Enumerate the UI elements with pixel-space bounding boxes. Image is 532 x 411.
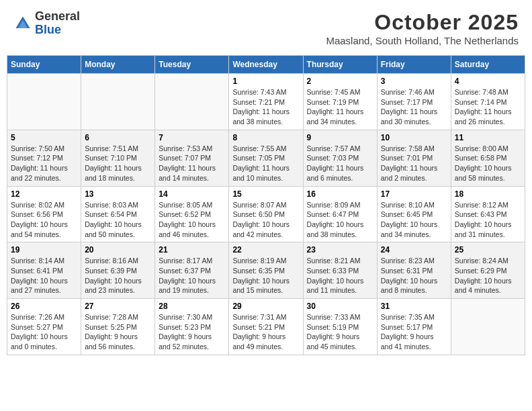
- day-number: 2: [307, 77, 373, 86]
- calendar-cell: 7Sunrise: 7:53 AM Sunset: 7:07 PM Daylig…: [155, 130, 229, 186]
- cell-content: Sunrise: 7:43 AM Sunset: 7:21 PM Dayligh…: [232, 87, 299, 127]
- calendar-cell: 28Sunrise: 7:30 AM Sunset: 5:23 PM Dayli…: [155, 299, 229, 355]
- cell-content: Sunrise: 8:14 AM Sunset: 6:41 PM Dayligh…: [11, 256, 77, 295]
- calendar-cell: 16Sunrise: 8:09 AM Sunset: 6:47 PM Dayli…: [303, 186, 377, 242]
- header-monday: Monday: [81, 56, 155, 74]
- calendar-cell: 26Sunrise: 7:26 AM Sunset: 5:27 PM Dayli…: [7, 299, 81, 355]
- cell-content: Sunrise: 8:05 AM Sunset: 6:52 PM Dayligh…: [159, 200, 225, 240]
- calendar-cell: 10Sunrise: 7:58 AM Sunset: 7:01 PM Dayli…: [377, 130, 451, 186]
- logo-blue-text: Blue: [35, 24, 80, 37]
- cell-content: Sunrise: 7:50 AM Sunset: 7:12 PM Dayligh…: [11, 144, 77, 183]
- cell-content: Sunrise: 8:10 AM Sunset: 6:45 PM Dayligh…: [381, 200, 447, 240]
- logo-icon: [13, 14, 32, 33]
- day-number: 31: [381, 302, 447, 311]
- cell-content: Sunrise: 8:03 AM Sunset: 6:54 PM Dayligh…: [85, 200, 151, 240]
- cell-content: Sunrise: 7:53 AM Sunset: 7:07 PM Dayligh…: [159, 144, 225, 183]
- calendar-cell: [451, 299, 525, 355]
- day-number: 28: [159, 302, 225, 311]
- day-number: 7: [159, 133, 225, 142]
- day-number: 11: [455, 133, 521, 142]
- day-number: 21: [159, 245, 225, 255]
- day-number: 6: [85, 133, 151, 142]
- day-number: 30: [307, 302, 373, 311]
- calendar-cell: 15Sunrise: 8:07 AM Sunset: 6:50 PM Dayli…: [229, 186, 303, 242]
- day-number: 5: [11, 133, 77, 142]
- calendar-cell: 2Sunrise: 7:45 AM Sunset: 7:19 PM Daylig…: [303, 74, 377, 130]
- logo-text: General Blue: [35, 10, 80, 37]
- cell-content: Sunrise: 7:35 AM Sunset: 5:17 PM Dayligh…: [381, 312, 447, 352]
- cell-content: Sunrise: 8:21 AM Sunset: 6:33 PM Dayligh…: [307, 256, 373, 295]
- day-number: 13: [85, 189, 151, 199]
- calendar-week-1: 1Sunrise: 7:43 AM Sunset: 7:21 PM Daylig…: [7, 74, 525, 130]
- calendar-cell: 22Sunrise: 8:19 AM Sunset: 6:35 PM Dayli…: [229, 242, 303, 299]
- cell-content: Sunrise: 7:33 AM Sunset: 5:19 PM Dayligh…: [307, 312, 373, 352]
- cell-content: Sunrise: 7:55 AM Sunset: 7:05 PM Dayligh…: [232, 144, 299, 183]
- logo-general-text: General: [35, 10, 80, 24]
- cell-content: Sunrise: 8:24 AM Sunset: 6:29 PM Dayligh…: [455, 256, 521, 295]
- calendar-cell: [7, 74, 81, 130]
- cell-content: Sunrise: 8:23 AM Sunset: 6:31 PM Dayligh…: [381, 256, 447, 295]
- calendar-cell: 24Sunrise: 8:23 AM Sunset: 6:31 PM Dayli…: [377, 242, 451, 299]
- cell-content: Sunrise: 7:30 AM Sunset: 5:23 PM Dayligh…: [159, 312, 225, 352]
- calendar-week-4: 19Sunrise: 8:14 AM Sunset: 6:41 PM Dayli…: [7, 242, 525, 299]
- calendar-cell: [81, 74, 155, 130]
- header-saturday: Saturday: [451, 56, 525, 74]
- cell-content: Sunrise: 7:26 AM Sunset: 5:27 PM Dayligh…: [11, 312, 77, 352]
- calendar-cell: 9Sunrise: 7:57 AM Sunset: 7:03 PM Daylig…: [303, 130, 377, 186]
- cell-content: Sunrise: 7:31 AM Sunset: 5:21 PM Dayligh…: [232, 312, 299, 352]
- calendar-cell: 30Sunrise: 7:33 AM Sunset: 5:19 PM Dayli…: [303, 299, 377, 355]
- cell-content: Sunrise: 8:17 AM Sunset: 6:37 PM Dayligh…: [159, 256, 225, 295]
- day-number: 24: [381, 245, 447, 255]
- calendar-header-row: SundayMondayTuesdayWednesdayThursdayFrid…: [7, 56, 525, 74]
- day-number: 9: [307, 133, 373, 142]
- day-number: 25: [455, 245, 521, 255]
- day-number: 19: [11, 245, 77, 255]
- header-friday: Friday: [377, 56, 451, 74]
- calendar-cell: 18Sunrise: 8:12 AM Sunset: 6:43 PM Dayli…: [451, 186, 525, 242]
- calendar-week-3: 12Sunrise: 8:02 AM Sunset: 6:56 PM Dayli…: [7, 186, 525, 242]
- day-number: 12: [11, 189, 77, 199]
- day-number: 17: [381, 189, 447, 199]
- day-number: 26: [11, 302, 77, 311]
- calendar-cell: 1Sunrise: 7:43 AM Sunset: 7:21 PM Daylig…: [229, 74, 303, 130]
- header-tuesday: Tuesday: [155, 56, 229, 74]
- calendar-cell: 8Sunrise: 7:55 AM Sunset: 7:05 PM Daylig…: [229, 130, 303, 186]
- calendar-cell: 4Sunrise: 7:48 AM Sunset: 7:14 PM Daylig…: [451, 74, 525, 130]
- calendar-cell: 27Sunrise: 7:28 AM Sunset: 5:25 PM Dayli…: [81, 299, 155, 355]
- calendar-cell: 3Sunrise: 7:46 AM Sunset: 7:17 PM Daylig…: [377, 74, 451, 130]
- cell-content: Sunrise: 8:00 AM Sunset: 6:58 PM Dayligh…: [455, 144, 521, 183]
- cell-content: Sunrise: 8:12 AM Sunset: 6:43 PM Dayligh…: [455, 200, 521, 240]
- calendar-cell: 11Sunrise: 8:00 AM Sunset: 6:58 PM Dayli…: [451, 130, 525, 186]
- day-number: 22: [232, 245, 299, 255]
- calendar-cell: 17Sunrise: 8:10 AM Sunset: 6:45 PM Dayli…: [377, 186, 451, 242]
- cell-content: Sunrise: 7:57 AM Sunset: 7:03 PM Dayligh…: [307, 144, 373, 183]
- header-sunday: Sunday: [7, 56, 81, 74]
- day-number: 1: [232, 77, 299, 86]
- day-number: 27: [85, 302, 151, 311]
- calendar-subtitle: Maasland, South Holland, The Netherlands: [326, 35, 519, 46]
- day-number: 18: [455, 189, 521, 199]
- calendar-cell: 20Sunrise: 8:16 AM Sunset: 6:39 PM Dayli…: [81, 242, 155, 299]
- calendar-cell: 31Sunrise: 7:35 AM Sunset: 5:17 PM Dayli…: [377, 299, 451, 355]
- day-number: 29: [232, 302, 299, 311]
- calendar-cell: 12Sunrise: 8:02 AM Sunset: 6:56 PM Dayli…: [7, 186, 81, 242]
- day-number: 10: [381, 133, 447, 142]
- page-header: General Blue October 2025 Maasland, Sout…: [7, 7, 525, 50]
- cell-content: Sunrise: 8:16 AM Sunset: 6:39 PM Dayligh…: [85, 256, 151, 295]
- day-number: 23: [307, 245, 373, 255]
- title-block: October 2025 Maasland, South Holland, Th…: [326, 10, 519, 46]
- calendar-cell: 29Sunrise: 7:31 AM Sunset: 5:21 PM Dayli…: [229, 299, 303, 355]
- cell-content: Sunrise: 8:09 AM Sunset: 6:47 PM Dayligh…: [307, 200, 373, 240]
- calendar-cell: 21Sunrise: 8:17 AM Sunset: 6:37 PM Dayli…: [155, 242, 229, 299]
- cell-content: Sunrise: 8:19 AM Sunset: 6:35 PM Dayligh…: [232, 256, 299, 295]
- calendar-week-5: 26Sunrise: 7:26 AM Sunset: 5:27 PM Dayli…: [7, 299, 525, 355]
- calendar-cell: 19Sunrise: 8:14 AM Sunset: 6:41 PM Dayli…: [7, 242, 81, 299]
- cell-content: Sunrise: 7:28 AM Sunset: 5:25 PM Dayligh…: [85, 312, 151, 352]
- calendar-cell: 23Sunrise: 8:21 AM Sunset: 6:33 PM Dayli…: [303, 242, 377, 299]
- calendar-cell: 5Sunrise: 7:50 AM Sunset: 7:12 PM Daylig…: [7, 130, 81, 186]
- cell-content: Sunrise: 7:48 AM Sunset: 7:14 PM Dayligh…: [455, 87, 521, 127]
- calendar-week-2: 5Sunrise: 7:50 AM Sunset: 7:12 PM Daylig…: [7, 130, 525, 186]
- calendar-cell: 25Sunrise: 8:24 AM Sunset: 6:29 PM Dayli…: [451, 242, 525, 299]
- header-thursday: Thursday: [303, 56, 377, 74]
- calendar-table: SundayMondayTuesdayWednesdayThursdayFrid…: [7, 55, 525, 355]
